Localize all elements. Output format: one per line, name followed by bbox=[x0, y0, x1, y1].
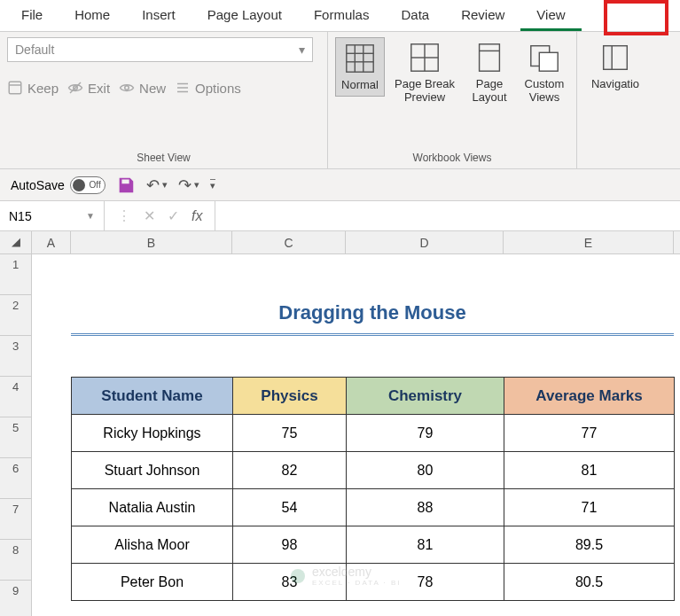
cell[interactable]: 98 bbox=[233, 526, 347, 564]
enter-formula-button[interactable]: ✓ bbox=[168, 207, 179, 224]
row-header-4[interactable]: 4 bbox=[0, 377, 31, 417]
keep-button[interactable]: Keep bbox=[7, 80, 59, 96]
cell[interactable]: Alisha Moor bbox=[72, 526, 233, 564]
tab-view[interactable]: View bbox=[520, 0, 581, 31]
cell[interactable]: 82 bbox=[233, 452, 347, 489]
spreadsheet-grid: ◢ 1 2 3 4 5 6 7 8 9 A B C D E Dragging t… bbox=[0, 231, 680, 616]
column-headers: A B C D E bbox=[32, 231, 680, 254]
custom-views-icon bbox=[528, 41, 561, 74]
cell[interactable]: 54 bbox=[233, 489, 347, 526]
chevron-down-icon: ▾ bbox=[210, 179, 215, 191]
cell[interactable]: Peter Bon bbox=[72, 564, 233, 601]
group-sheet-view: Default ▾ Keep Exit New Options bbox=[0, 32, 328, 168]
header-physics[interactable]: Physics bbox=[233, 378, 347, 415]
col-header-a[interactable]: A bbox=[32, 231, 71, 253]
tab-data[interactable]: Data bbox=[385, 0, 445, 31]
redo-button[interactable]: ↷▾ bbox=[178, 175, 199, 195]
page-break-preview-button[interactable]: Page Break Preview bbox=[390, 37, 459, 108]
save-icon[interactable] bbox=[116, 175, 136, 195]
exit-icon bbox=[67, 80, 83, 96]
cell[interactable]: 80 bbox=[347, 452, 504, 489]
normal-view-icon bbox=[343, 42, 377, 75]
tab-review[interactable]: Review bbox=[445, 0, 520, 31]
undo-icon: ↶ bbox=[146, 175, 160, 195]
new-button[interactable]: New bbox=[119, 80, 166, 96]
cell[interactable]: Ricky Hopkings bbox=[72, 415, 233, 452]
row-header-1[interactable]: 1 bbox=[0, 254, 31, 295]
col-header-d[interactable]: D bbox=[346, 231, 504, 253]
formula-input[interactable] bbox=[215, 201, 680, 230]
exit-button[interactable]: Exit bbox=[67, 80, 110, 96]
qat-customize[interactable]: ▾ bbox=[210, 179, 215, 191]
cell[interactable]: 89.5 bbox=[504, 526, 675, 564]
col-header-c[interactable]: C bbox=[232, 231, 346, 253]
tab-insert[interactable]: Insert bbox=[126, 0, 191, 31]
row-header-2[interactable]: 2 bbox=[0, 295, 31, 336]
options-icon bbox=[175, 80, 191, 96]
group-navigation: Navigatio bbox=[577, 32, 653, 168]
row-header-3[interactable]: 3 bbox=[0, 336, 31, 377]
autosave-toggle[interactable]: AutoSave Off bbox=[11, 176, 106, 194]
data-table: Student Name Physics Chemistry Average M… bbox=[71, 377, 675, 601]
cell[interactable]: 83 bbox=[233, 564, 347, 601]
options-button[interactable]: Options bbox=[175, 80, 241, 96]
svg-rect-15 bbox=[480, 44, 500, 71]
cell[interactable]: 88 bbox=[347, 489, 504, 526]
cell[interactable]: Stuart Johnson bbox=[72, 452, 233, 489]
autosave-switch[interactable]: Off bbox=[70, 176, 106, 194]
toggle-knob bbox=[73, 179, 85, 191]
navigation-button[interactable]: Navigatio bbox=[584, 37, 646, 95]
row-header-9[interactable]: 9 bbox=[0, 581, 31, 616]
sheet-title[interactable]: Dragging the Mouse bbox=[71, 295, 674, 336]
row-header-7[interactable]: 7 bbox=[0, 499, 31, 540]
custom-views-button[interactable]: Custom Views bbox=[520, 37, 569, 108]
cell[interactable]: 79 bbox=[347, 415, 504, 452]
name-box-value: N15 bbox=[9, 209, 32, 223]
keep-icon bbox=[7, 80, 23, 96]
col-header-e[interactable]: E bbox=[504, 231, 674, 253]
tab-page-layout[interactable]: Page Layout bbox=[191, 0, 298, 31]
group-workbook-views: Normal Page Break Preview Page Layout Cu… bbox=[328, 32, 577, 168]
row-headers: ◢ 1 2 3 4 5 6 7 8 9 bbox=[0, 231, 32, 616]
name-box[interactable]: N15 ▼ bbox=[0, 201, 105, 230]
row-header-6[interactable]: 6 bbox=[0, 458, 31, 499]
cell[interactable]: Natalia Austin bbox=[72, 489, 233, 526]
cell[interactable]: 77 bbox=[504, 415, 675, 452]
cancel-formula-button[interactable]: ✕ bbox=[144, 207, 155, 224]
sheet-view-value: Default bbox=[15, 43, 54, 57]
table-header-row: Student Name Physics Chemistry Average M… bbox=[72, 378, 675, 415]
header-chemistry[interactable]: Chemistry bbox=[347, 378, 504, 415]
sheet-view-dropdown[interactable]: Default ▾ bbox=[7, 37, 313, 62]
tab-file[interactable]: File bbox=[5, 0, 59, 31]
cell[interactable]: 80.5 bbox=[504, 564, 675, 601]
header-average[interactable]: Average Marks bbox=[504, 378, 675, 415]
autosave-state: Off bbox=[90, 180, 101, 190]
ribbon-tabs: File Home Insert Page Layout Formulas Da… bbox=[0, 0, 680, 32]
tab-formulas[interactable]: Formulas bbox=[298, 0, 386, 31]
undo-button[interactable]: ↶▾ bbox=[146, 175, 168, 195]
svg-point-3 bbox=[125, 86, 129, 90]
cell[interactable]: 81 bbox=[347, 526, 504, 564]
cell[interactable]: 71 bbox=[504, 489, 675, 526]
svg-rect-0 bbox=[9, 82, 21, 94]
quick-access-toolbar: AutoSave Off ↶▾ ↷▾ ▾ bbox=[0, 169, 680, 201]
row-header-8[interactable]: 8 bbox=[0, 540, 31, 581]
tab-home[interactable]: Home bbox=[59, 0, 126, 31]
table-row: Peter Bon 83 78 80.5 bbox=[72, 564, 675, 601]
svg-rect-7 bbox=[347, 45, 373, 72]
svg-line-2 bbox=[70, 82, 81, 93]
formula-separator-icon: ⋮ bbox=[117, 207, 131, 224]
table-row: Stuart Johnson 82 80 81 bbox=[72, 452, 675, 489]
normal-view-button[interactable]: Normal bbox=[335, 37, 385, 97]
page-layout-button[interactable]: Page Layout bbox=[465, 37, 514, 108]
fx-button[interactable]: fx bbox=[191, 208, 202, 224]
navigation-icon bbox=[598, 41, 632, 74]
cell[interactable]: 81 bbox=[504, 452, 675, 489]
cell[interactable]: 75 bbox=[233, 415, 347, 452]
col-header-b[interactable]: B bbox=[71, 231, 232, 253]
cell[interactable]: 78 bbox=[347, 564, 504, 601]
row-header-5[interactable]: 5 bbox=[0, 417, 31, 458]
select-all-corner[interactable]: ◢ bbox=[0, 231, 31, 254]
ribbon-body: Default ▾ Keep Exit New Options bbox=[0, 32, 680, 169]
header-student-name[interactable]: Student Name bbox=[72, 378, 233, 415]
